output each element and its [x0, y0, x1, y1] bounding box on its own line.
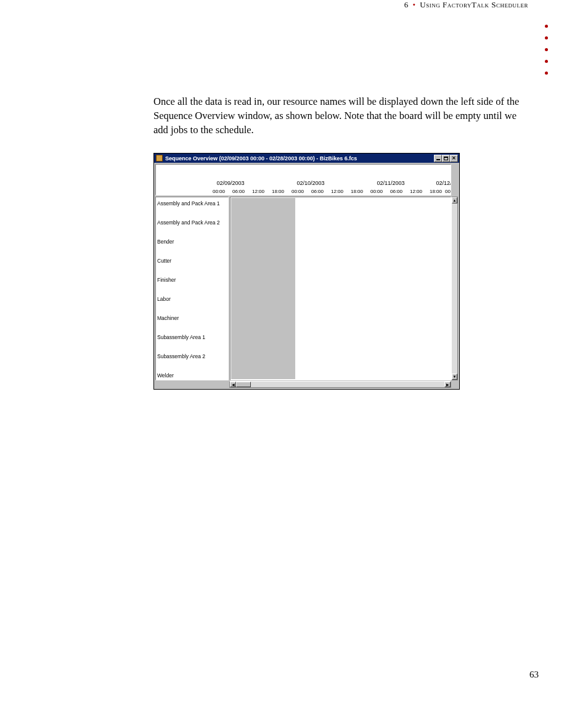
resource-item[interactable]: Assembly and Pack Area 1: [157, 200, 220, 207]
scroll-thumb[interactable]: [236, 382, 251, 387]
size-grip[interactable]: [451, 381, 458, 388]
timeline-date-row: 02/09/2003 02/10/2003 02/11/2003 02/12/2…: [157, 180, 450, 187]
page: 6 • Using FactoryTalk Scheduler Once all…: [0, 0, 588, 717]
resource-item[interactable]: Bender: [157, 239, 174, 245]
body-paragraph: Once all the data is read in, our resour…: [153, 95, 531, 137]
timeline-hour-row: 00:00 06:00 12:00 18:00 00:00 06:00 12:0…: [157, 189, 450, 195]
scroll-up-button[interactable]: [452, 197, 457, 203]
close-button[interactable]: [450, 155, 458, 162]
date-label: 02/12/2003: [436, 180, 451, 186]
resource-item[interactable]: Subassembly Area 1: [157, 334, 205, 340]
resource-item[interactable]: Assembly and Pack Area 2: [157, 219, 220, 226]
resource-item[interactable]: Welder: [157, 372, 174, 379]
titlebar[interactable]: Sequence Overview (02/09/2003 00:00 - 02…: [154, 154, 459, 163]
resource-item[interactable]: Cutter: [157, 258, 171, 264]
schedule-board[interactable]: [230, 197, 451, 380]
chapter-title: Using FactoryTalk Scheduler: [420, 0, 528, 9]
app-icon: [156, 155, 163, 162]
window-client-area: 02/09/2003 02/10/2003 02/11/2003 02/12/2…: [155, 164, 458, 388]
chapter-number: 6: [404, 0, 409, 9]
separator-dot: •: [411, 0, 418, 9]
horizontal-scrollbar[interactable]: [229, 381, 451, 388]
decorative-dots: [545, 25, 548, 75]
scroll-down-button[interactable]: [452, 374, 457, 380]
sequence-overview-window: Sequence Overview (02/09/2003 00:00 - 02…: [153, 153, 460, 390]
resource-item[interactable]: Finisher: [157, 277, 176, 283]
scroll-right-button[interactable]: [444, 382, 451, 387]
window-title: Sequence Overview (02/09/2003 00:00 - 02…: [165, 155, 434, 162]
scroll-left-button[interactable]: [230, 382, 236, 387]
window-buttons: [434, 155, 458, 162]
vertical-scrollbar[interactable]: [451, 197, 458, 380]
maximize-button[interactable]: [442, 155, 450, 162]
resource-list: Assembly and Pack Area 1 Assembly and Pa…: [155, 197, 229, 380]
page-number: 63: [529, 670, 539, 680]
date-label: 02/11/2003: [377, 180, 404, 186]
resource-item[interactable]: Labor: [157, 296, 171, 302]
date-label: 02/09/2003: [216, 180, 244, 186]
minimize-button[interactable]: [434, 155, 442, 162]
page-header: 6 • Using FactoryTalk Scheduler: [404, 0, 528, 10]
timeline-header: 02/09/2003 02/10/2003 02/11/2003 02/12/2…: [155, 164, 451, 195]
resource-item[interactable]: Subassembly Area 2: [157, 353, 205, 359]
date-label: 02/10/2003: [296, 180, 324, 186]
resource-item[interactable]: Machiner: [157, 315, 179, 321]
board-past-region: [231, 198, 295, 379]
